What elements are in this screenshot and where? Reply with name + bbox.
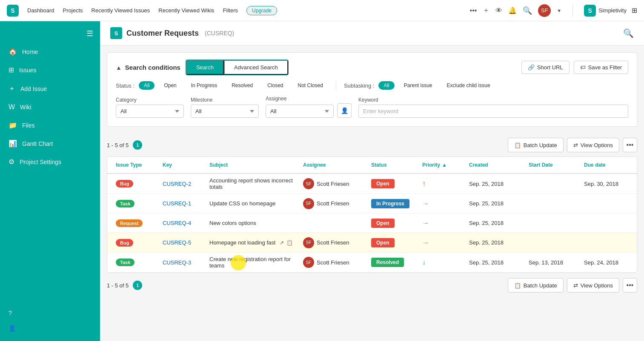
short-url-button[interactable]: 🔗 Short URL xyxy=(521,61,570,74)
category-select[interactable]: All xyxy=(116,105,184,118)
settings-icon: ⚙ xyxy=(9,158,14,166)
col-status[interactable]: Status xyxy=(368,157,419,173)
status-inprogress[interactable]: In Progress xyxy=(186,81,222,90)
col-subject[interactable]: Subject xyxy=(206,157,300,173)
upgrade-button[interactable]: Upgrade xyxy=(246,6,277,15)
project-search-icon[interactable]: 🔍 xyxy=(623,28,634,38)
col-key[interactable]: Key xyxy=(159,157,206,173)
sidebar-item-gantt[interactable]: 📊 Gantt Chart xyxy=(0,134,100,153)
issue-type-badge-3: Bug xyxy=(116,239,133,247)
view-options-button-top[interactable]: ⇄ View Options xyxy=(567,138,619,152)
issue-key-link-3[interactable]: CUSREQ-5 xyxy=(163,239,191,246)
more-icon[interactable]: ••• xyxy=(470,7,477,14)
sidebar-label-home: Home xyxy=(22,48,38,55)
cell-due-1 xyxy=(581,200,632,207)
batch-update-button-bottom[interactable]: 📋 Batch Update xyxy=(508,278,564,293)
issue-key-link-0[interactable]: CUSREQ-2 xyxy=(163,181,191,187)
assignee-select[interactable]: All xyxy=(266,105,334,118)
cell-created-2: Sep. 25, 2018 xyxy=(466,216,525,230)
keyword-input[interactable] xyxy=(358,105,628,118)
status-chip-1: In Progress xyxy=(371,199,409,208)
brand-grid-icon: ⊞ xyxy=(632,6,637,14)
nav-recently-viewed-issues[interactable]: Recently Viewed Issues xyxy=(92,7,150,14)
avatar-chevron-icon[interactable]: ▼ xyxy=(557,8,561,13)
app-logo[interactable]: S xyxy=(7,5,19,17)
col-issue-type[interactable]: Issue Type xyxy=(112,157,159,173)
cell-created-0: Sep. 25, 2018 xyxy=(466,177,525,190)
issue-key-link-2[interactable]: CUSREQ-4 xyxy=(163,220,191,226)
cell-type-2: Request xyxy=(112,216,159,230)
milestone-select[interactable]: All xyxy=(191,105,259,118)
priority-icon-1: → xyxy=(422,200,429,207)
brand: S Simpletivity ⊞ xyxy=(584,5,637,17)
project-header: S Customer Requests (CUSREQ) 🔍 xyxy=(100,21,644,45)
results-toolbar-bottom: 1 - 5 of 5 1 📋 Batch Update ⇄ View Optio… xyxy=(100,274,644,297)
status-closed[interactable]: Closed xyxy=(262,81,288,90)
sidebar-item-settings[interactable]: ⚙ Project Settings xyxy=(0,153,100,171)
batch-update-button-top[interactable]: 📋 Batch Update xyxy=(508,138,564,152)
save-filter-label: Save as Filter xyxy=(588,64,622,71)
search-panel-title: ▲ Search conditions xyxy=(116,64,180,71)
save-filter-button[interactable]: 🏷 Save as Filter xyxy=(574,61,628,74)
collapse-icon[interactable]: ▲ xyxy=(116,64,122,71)
bell-icon[interactable]: 🔔 xyxy=(508,6,517,14)
more-options-top[interactable]: ••• xyxy=(623,138,637,152)
sidebar-item-wiki[interactable]: W Wiki xyxy=(0,98,100,116)
status-all[interactable]: All xyxy=(139,81,155,90)
project-key: (CUSREQ) xyxy=(205,30,234,37)
home-icon: 🏠 xyxy=(9,48,17,56)
status-not-closed[interactable]: Not Closed xyxy=(293,81,328,90)
col-due-date[interactable]: Due date xyxy=(581,157,632,173)
tab-search[interactable]: Search xyxy=(186,60,224,75)
nav-recently-viewed-wikis[interactable]: Recently Viewed Wikis xyxy=(158,7,214,14)
sidebar-item-files[interactable]: 📁 Files xyxy=(0,116,100,134)
cell-priority-4: ↓ xyxy=(419,255,466,270)
issues-table: Issue Type Key Subject Assignee Status P… xyxy=(107,156,637,273)
col-priority[interactable]: Priority ▲ xyxy=(419,157,466,173)
col-created[interactable]: Created xyxy=(466,157,525,173)
cell-assignee-2 xyxy=(300,220,368,227)
user-avatar[interactable]: SF xyxy=(538,4,551,17)
view-options-button-bottom[interactable]: ⇄ View Options xyxy=(567,278,619,293)
sidebar: ☰ 🏠 Home ⊞ Issues ＋ Add Issue W Wiki 📁 F… xyxy=(0,21,100,341)
external-link-icon[interactable]: ↗ xyxy=(280,240,284,246)
keyword-group: Keyword xyxy=(358,97,628,118)
sidebar-user[interactable]: 👤 xyxy=(0,321,100,336)
nav-filters[interactable]: Filters xyxy=(223,7,238,14)
more-options-bottom[interactable]: ••• xyxy=(623,278,637,293)
subtask-parent[interactable]: Parent issue xyxy=(399,81,438,90)
hamburger-icon[interactable]: ☰ xyxy=(80,25,100,43)
issue-key-link-1[interactable]: CUSREQ-1 xyxy=(163,200,191,207)
topnav-icons: ••• ＋ 👁 🔔 🔍 SF ▼ xyxy=(470,4,562,17)
cell-subject-1: Update CSS on homepage xyxy=(206,197,300,210)
status-chip-4: Resolved xyxy=(371,258,404,267)
cell-key-4: CUSREQ-3 xyxy=(159,256,206,269)
sidebar-item-issues[interactable]: ⊞ Issues xyxy=(0,61,100,79)
assignee-user-icon-btn[interactable]: 👤 xyxy=(337,103,352,118)
table-row: Task CUSREQ-1 Update CSS on homepage SF … xyxy=(107,194,637,213)
status-resolved[interactable]: Resolved xyxy=(226,81,258,90)
sidebar-bottom: ? 👤 xyxy=(0,171,100,341)
sidebar-item-home[interactable]: 🏠 Home xyxy=(0,43,100,61)
sidebar-item-add-issue[interactable]: ＋ Add Issue xyxy=(0,79,100,98)
search-icon[interactable]: 🔍 xyxy=(523,6,532,15)
tab-advanced-search[interactable]: Advanced Search xyxy=(224,60,288,75)
status-label: Status : xyxy=(116,82,135,89)
nav-dashboard[interactable]: Dashboard xyxy=(27,7,54,14)
milestone-label: Milestone xyxy=(191,97,259,103)
issues-icon: ⊞ xyxy=(9,66,14,74)
nav-projects[interactable]: Projects xyxy=(63,7,83,14)
subtask-all[interactable]: All xyxy=(378,81,394,90)
eye-icon[interactable]: 👁 xyxy=(495,7,502,14)
status-open[interactable]: Open xyxy=(159,81,181,90)
subtask-exclude[interactable]: Exclude child issue xyxy=(442,81,495,90)
page-badge-top[interactable]: 1 xyxy=(133,140,142,150)
issue-key-link-4[interactable]: CUSREQ-3 xyxy=(163,259,191,266)
plus-icon[interactable]: ＋ xyxy=(483,6,489,15)
notes-icon[interactable]: 📋 xyxy=(286,240,293,246)
col-start-date[interactable]: Start Date xyxy=(525,157,581,173)
col-assignee[interactable]: Assignee xyxy=(300,157,368,173)
priority-sort-icon: ▲ xyxy=(442,162,447,168)
page-badge-bottom[interactable]: 1 xyxy=(133,281,142,290)
sidebar-help[interactable]: ? xyxy=(0,305,100,321)
